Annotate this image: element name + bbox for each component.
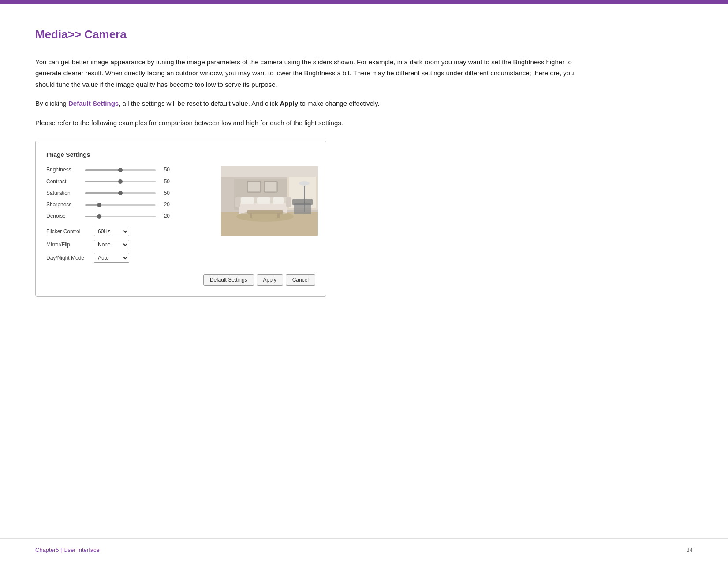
- day-night-select[interactable]: Auto Day Night: [94, 253, 129, 263]
- svg-point-21: [299, 181, 310, 186]
- main-content: Media>> Camera You can get better image …: [0, 4, 617, 332]
- svg-rect-19: [265, 182, 276, 191]
- saturation-value: 50: [159, 189, 170, 197]
- denoise-row: Denoise 20: [46, 212, 214, 220]
- contrast-value: 50: [159, 178, 170, 186]
- brightness-track[interactable]: [85, 169, 156, 171]
- brightness-value: 50: [159, 166, 170, 174]
- footer-chapter: Chapter5 | User Interface: [35, 546, 100, 555]
- camera-preview: [221, 166, 318, 236]
- mirror-flip-row: Mirror/Flip None Mirror Flip Both: [46, 240, 214, 249]
- footer-page: 84: [687, 546, 693, 555]
- denoise-track[interactable]: [85, 216, 156, 217]
- sharpness-track[interactable]: [85, 204, 156, 206]
- svg-rect-17: [248, 182, 260, 191]
- cancel-button[interactable]: Cancel: [286, 274, 315, 286]
- svg-rect-12: [273, 197, 284, 204]
- contrast-track[interactable]: [85, 181, 156, 182]
- contrast-label: Contrast: [46, 178, 82, 186]
- dropdowns-section: Flicker Control 60Hz 50Hz Off Mirror/Fli…: [46, 227, 214, 263]
- footer: Chapter5 | User Interface 84: [0, 538, 728, 562]
- para2-prefix: By clicking: [35, 100, 68, 107]
- svg-rect-11: [257, 197, 270, 204]
- mirror-flip-select[interactable]: None Mirror Flip Both: [94, 240, 129, 249]
- svg-rect-4: [221, 166, 318, 177]
- room-scene-svg: [221, 166, 318, 236]
- saturation-row: Saturation 50: [46, 189, 214, 197]
- svg-rect-8: [235, 197, 240, 207]
- sharpness-row: Sharpness 20: [46, 201, 214, 209]
- default-settings-link[interactable]: Default Settings: [68, 100, 119, 107]
- saturation-track[interactable]: [85, 192, 156, 194]
- svg-rect-10: [241, 197, 254, 204]
- paragraph-3: Please refer to the following examples f…: [35, 117, 582, 129]
- panel-title: Image Settings: [46, 150, 315, 160]
- panel-inner: Brightness 50 Contrast: [46, 166, 315, 266]
- top-bar: [0, 0, 728, 4]
- day-night-row: Day/Night Mode Auto Day Night: [46, 253, 214, 263]
- svg-rect-9: [286, 197, 291, 207]
- sliders-section: Brightness 50 Contrast: [46, 166, 214, 220]
- sharpness-value: 20: [159, 201, 170, 209]
- brightness-label: Brightness: [46, 166, 82, 174]
- contrast-row: Contrast 50: [46, 178, 214, 186]
- saturation-label: Saturation: [46, 189, 82, 197]
- svg-rect-23: [292, 199, 313, 205]
- flicker-control-row: Flicker Control 60Hz 50Hz Off: [46, 227, 214, 236]
- page-title: Media>> Camera: [35, 26, 582, 44]
- svg-point-24: [236, 211, 294, 222]
- image-settings-panel: Image Settings Brightness 50: [35, 141, 326, 297]
- para2-suffix: , all the settings will be reset to defa…: [119, 100, 280, 107]
- apply-bold: Apply: [280, 100, 298, 107]
- flicker-label: Flicker Control: [46, 227, 90, 236]
- denoise-label: Denoise: [46, 212, 82, 220]
- mirror-flip-label: Mirror/Flip: [46, 241, 90, 249]
- paragraph-2: By clicking Default Settings, all the se…: [35, 98, 582, 109]
- brightness-row: Brightness 50: [46, 166, 214, 174]
- buttons-row: Default Settings Apply Cancel: [46, 274, 315, 286]
- flicker-select[interactable]: 60Hz 50Hz Off: [94, 227, 129, 236]
- day-night-label: Day/Night Mode: [46, 254, 90, 262]
- sharpness-label: Sharpness: [46, 201, 82, 209]
- apply-button[interactable]: Apply: [257, 274, 283, 286]
- default-settings-button[interactable]: Default Settings: [203, 274, 254, 286]
- panel-left-controls: Brightness 50 Contrast: [46, 166, 214, 266]
- para2-end: to make change effectively.: [298, 100, 380, 107]
- paragraph-1: You can get better image appearance by t…: [35, 56, 582, 90]
- denoise-value: 20: [159, 212, 170, 220]
